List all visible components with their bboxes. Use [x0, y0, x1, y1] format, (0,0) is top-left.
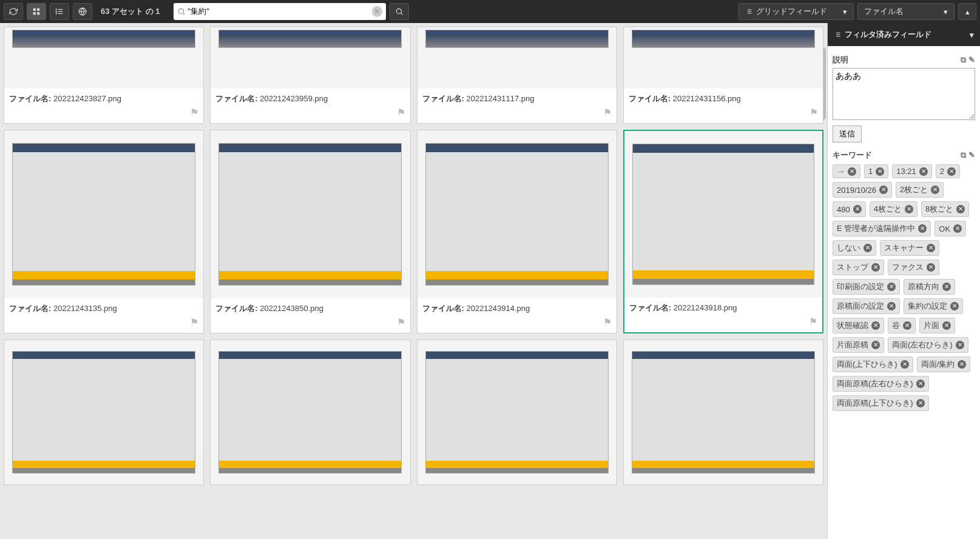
asset-thumbnail[interactable] [624, 27, 823, 89]
asset-card[interactable]: ファイル名: 20221243918.png⚑ [623, 130, 823, 333]
keyword-tag[interactable]: 8枚ごと✕ [921, 201, 969, 217]
list-view-button[interactable] [50, 3, 69, 20]
edit-icon[interactable]: ✎ [968, 55, 975, 65]
remove-tag-icon[interactable]: ✕ [942, 321, 951, 330]
asset-card[interactable]: ファイル名: 202212423959.png⚑ [210, 27, 410, 124]
remove-tag-icon[interactable]: ✕ [947, 167, 956, 176]
asset-card[interactable]: ファイル名: 20221243914.png⚑ [417, 130, 617, 333]
copy-icon[interactable]: ⧉ [961, 55, 966, 65]
asset-card[interactable] [210, 340, 410, 485]
asset-thumbnail[interactable] [417, 27, 617, 89]
asset-thumbnail[interactable] [417, 130, 617, 298]
remove-tag-icon[interactable]: ✕ [916, 380, 925, 388]
remove-tag-icon[interactable]: ✕ [927, 244, 935, 252]
keyword-tag[interactable]: OK✕ [934, 221, 966, 236]
asset-thumbnail[interactable] [211, 340, 410, 484]
remove-tag-icon[interactable]: ✕ [942, 283, 951, 291]
keyword-tag[interactable]: 印刷面の設定✕ [833, 279, 900, 295]
asset-card[interactable] [417, 340, 617, 485]
remove-tag-icon[interactable]: ✕ [871, 263, 880, 272]
sort-dropdown[interactable]: ファイル名 ▾ [857, 3, 955, 20]
flag-icon[interactable]: ⚑ [809, 107, 818, 118]
globe-button[interactable] [73, 3, 92, 20]
flag-icon[interactable]: ⚑ [603, 316, 612, 328]
flag-icon[interactable]: ⚑ [809, 316, 817, 327]
keyword-tag[interactable]: 両面(上下ひらき)✕ [833, 357, 913, 372]
keyword-tag[interactable]: 480✕ [833, 201, 866, 217]
asset-thumbnail[interactable] [4, 130, 203, 298]
keyword-tag[interactable]: 2019/10/26✕ [833, 182, 892, 198]
flag-icon[interactable]: ⚑ [397, 107, 405, 118]
keyword-tag[interactable]: 集約の設定✕ [904, 298, 963, 314]
search-box[interactable]: ✕ [174, 3, 386, 20]
grid-view-button[interactable] [27, 3, 46, 20]
remove-tag-icon[interactable]: ✕ [956, 341, 964, 349]
remove-tag-icon[interactable]: ✕ [848, 167, 856, 176]
keyword-tag[interactable]: 片面原稿✕ [833, 337, 884, 353]
flag-icon[interactable]: ⚑ [190, 316, 198, 328]
search-input[interactable] [188, 7, 373, 16]
remove-tag-icon[interactable]: ✕ [879, 186, 888, 194]
asset-thumbnail[interactable] [417, 340, 617, 484]
asset-thumbnail[interactable] [4, 27, 203, 89]
grid-field-dropdown[interactable]: グリッドフィールド ▾ [738, 3, 854, 20]
remove-tag-icon[interactable]: ✕ [950, 302, 959, 310]
asset-card[interactable]: ファイル名: 202212423827.png⚑ [4, 27, 204, 124]
sidebar-header[interactable]: フィルタ済みフィールド ▾ [828, 23, 980, 46]
remove-tag-icon[interactable]: ✕ [956, 205, 965, 213]
keyword-tag[interactable]: E 管理者が遠隔操作中✕ [833, 221, 931, 236]
keyword-tag[interactable]: 13:21✕ [892, 164, 932, 178]
remove-tag-icon[interactable]: ✕ [903, 321, 911, 330]
asset-card[interactable]: ファイル名: 202212431156.png⚑ [623, 27, 823, 124]
keyword-tag[interactable]: ファクス✕ [888, 259, 939, 275]
flag-icon[interactable]: ⚑ [397, 316, 405, 328]
remove-tag-icon[interactable]: ✕ [871, 321, 880, 330]
keyword-tag[interactable]: →✕ [833, 164, 860, 178]
asset-thumbnail[interactable] [211, 130, 410, 298]
keyword-tag[interactable]: 2枚ごと✕ [896, 182, 944, 198]
edit-icon[interactable]: ✎ [968, 150, 975, 160]
keyword-tag[interactable]: 両面原稿(左右ひらき)✕ [833, 376, 929, 392]
asset-grid-area[interactable]: ファイル名: 202212423827.png⚑ファイル名: 202212423… [0, 23, 827, 539]
keyword-tag[interactable]: 谷✕ [888, 318, 916, 333]
asset-thumbnail[interactable] [624, 340, 823, 484]
refresh-button[interactable] [4, 3, 23, 20]
remove-tag-icon[interactable]: ✕ [887, 283, 896, 291]
keyword-tag[interactable]: ストップ✕ [833, 259, 884, 275]
keyword-tag[interactable]: しない✕ [833, 240, 876, 256]
keyword-tag[interactable]: 原稿面の設定✕ [833, 298, 900, 314]
remove-tag-icon[interactable]: ✕ [953, 224, 962, 233]
keyword-tag[interactable]: スキャナー✕ [880, 240, 939, 256]
remove-tag-icon[interactable]: ✕ [958, 360, 966, 369]
copy-icon[interactable]: ⧉ [961, 150, 966, 160]
remove-tag-icon[interactable]: ✕ [863, 244, 872, 252]
remove-tag-icon[interactable]: ✕ [853, 205, 862, 213]
remove-tag-icon[interactable]: ✕ [876, 167, 884, 176]
remove-tag-icon[interactable]: ✕ [916, 399, 925, 407]
remove-tag-icon[interactable]: ✕ [901, 360, 909, 369]
description-textarea[interactable]: あああ [833, 68, 975, 120]
keyword-tag[interactable]: 片面✕ [919, 318, 955, 333]
asset-thumbnail[interactable] [211, 27, 410, 89]
keyword-tag[interactable]: 状態確認✕ [833, 318, 884, 333]
keyword-tag[interactable]: 4枚ごと✕ [870, 201, 917, 217]
keyword-tag[interactable]: 両面(左右ひらき)✕ [888, 337, 968, 353]
remove-tag-icon[interactable]: ✕ [871, 341, 880, 349]
submit-button[interactable]: 送信 [833, 126, 862, 142]
keyword-tag[interactable]: 2✕ [936, 164, 960, 178]
asset-card[interactable]: ファイル名: 20221243135.png⚑ [4, 130, 204, 333]
sort-direction-button[interactable]: ▴ [958, 3, 976, 20]
remove-tag-icon[interactable]: ✕ [887, 302, 896, 310]
remove-tag-icon[interactable]: ✕ [919, 167, 928, 176]
remove-tag-icon[interactable]: ✕ [905, 205, 913, 213]
keyword-tag[interactable]: 両面/集約✕ [917, 357, 971, 372]
remove-tag-icon[interactable]: ✕ [931, 186, 939, 194]
remove-tag-icon[interactable]: ✕ [918, 224, 927, 233]
asset-card[interactable] [4, 340, 204, 485]
search-submit-button[interactable] [390, 3, 409, 20]
flag-icon[interactable]: ⚑ [603, 107, 612, 118]
flag-icon[interactable]: ⚑ [190, 107, 198, 118]
keyword-tag[interactable]: 原稿方向✕ [904, 279, 955, 295]
asset-card[interactable]: ファイル名: 20221243850.png⚑ [210, 130, 410, 333]
asset-thumbnail[interactable] [4, 340, 203, 484]
